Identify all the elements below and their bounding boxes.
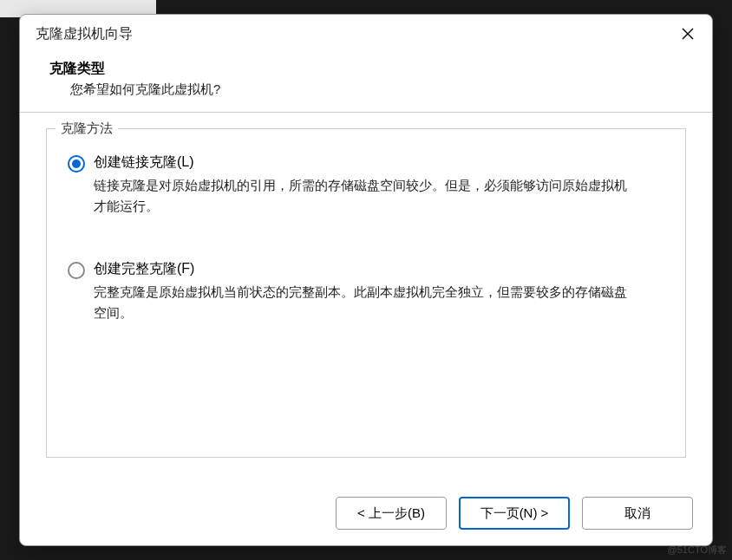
cancel-button[interactable]: 取消 xyxy=(582,497,693,530)
option-body: 创建完整克隆(F) 完整克隆是原始虚拟机当前状态的完整副本。此副本虚拟机完全独立… xyxy=(94,260,664,323)
page-subtitle: 您希望如何克隆此虚拟机? xyxy=(46,81,686,98)
header-section: 克隆类型 您希望如何克隆此虚拟机? xyxy=(20,53,712,112)
clone-wizard-dialog: 克隆虚拟机向导 克隆类型 您希望如何克隆此虚拟机? 克隆方法 创建链接克隆(L)… xyxy=(19,14,713,546)
option-linked-clone[interactable]: 创建链接克隆(L) 链接克隆是对原始虚拟机的引用，所需的存储磁盘空间较少。但是，… xyxy=(68,153,664,217)
dialog-title: 克隆虚拟机向导 xyxy=(36,25,133,43)
option-full-clone[interactable]: 创建完整克隆(F) 完整克隆是原始虚拟机当前状态的完整副本。此副本虚拟机完全独立… xyxy=(68,260,664,323)
back-button[interactable]: < 上一步(B) xyxy=(336,497,447,530)
radio-full-clone[interactable] xyxy=(68,262,85,279)
next-button[interactable]: 下一页(N) > xyxy=(459,497,570,530)
option-label[interactable]: 创建链接克隆(L) xyxy=(94,153,664,172)
page-title: 克隆类型 xyxy=(46,60,686,78)
option-label[interactable]: 创建完整克隆(F) xyxy=(94,260,664,278)
titlebar: 克隆虚拟机向导 xyxy=(20,15,712,53)
close-icon[interactable] xyxy=(676,22,700,46)
fieldset-legend: 克隆方法 xyxy=(56,120,118,137)
option-body: 创建链接克隆(L) 链接克隆是对原始虚拟机的引用，所需的存储磁盘空间较少。但是，… xyxy=(94,153,664,217)
option-description: 完整克隆是原始虚拟机当前状态的完整副本。此副本虚拟机完全独立，但需要较多的存储磁… xyxy=(94,282,631,323)
content-area: 克隆方法 创建链接克隆(L) 链接克隆是对原始虚拟机的引用，所需的存储磁盘空间较… xyxy=(20,113,712,485)
footer-buttons: < 上一步(B) 下一页(N) > 取消 xyxy=(20,485,712,545)
option-description: 链接克隆是对原始虚拟机的引用，所需的存储磁盘空间较少。但是，必须能够访问原始虚拟… xyxy=(94,175,631,217)
watermark: @51CTO博客 xyxy=(668,544,727,557)
clone-method-fieldset: 克隆方法 创建链接克隆(L) 链接克隆是对原始虚拟机的引用，所需的存储磁盘空间较… xyxy=(46,128,686,458)
radio-linked-clone[interactable] xyxy=(68,155,85,173)
